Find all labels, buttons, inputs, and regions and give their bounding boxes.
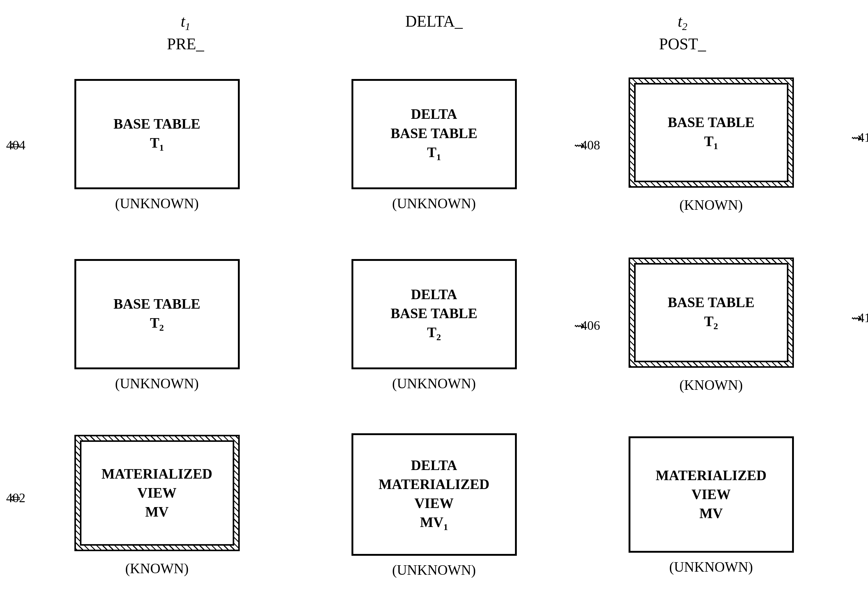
cell-r2c2: DELTABASE TABLET2 ⇝ 406 (UNKNOWN) <box>302 248 566 404</box>
box-label-r1c2: (UNKNOWN) <box>392 195 476 212</box>
box-text: DELTABASE TABLET1 <box>391 105 477 163</box>
box-text: MATERIALIZEDVIEWMV <box>101 465 212 521</box>
cell-r3c2: DELTAMATERIALIZEDVIEWMV1 (UNKNOWN) <box>302 428 566 584</box>
ref-412: 412 <box>858 130 868 145</box>
box-label-r3c3: (UNKNOWN) <box>669 559 753 575</box>
time-label-1: t1 <box>181 12 190 30</box>
box-base-table-t1-post: BASE TABLET1 <box>629 77 794 188</box>
box-text: BASE TABLET2 <box>668 293 755 333</box>
box-label-r3c1: (KNOWN) <box>125 561 189 577</box>
box-text: MATERIALIZEDVIEWMV <box>655 466 766 523</box>
cell-r2c3: BASE TABLET2 ⇝ 410 (KNOWN) <box>579 248 843 404</box>
col-header-1: t1 PRE_ <box>78 12 293 53</box>
box-base-table-t1-pre: BASE TABLET1 <box>74 79 240 189</box>
box-label-r3c2: (UNKNOWN) <box>392 562 476 578</box>
box-label-r1c3: (KNOWN) <box>679 197 743 213</box>
col-header-2: DELTA_ <box>327 12 541 53</box>
cell-r1c3: BASE TABLET1 ⇝ 412 (KNOWN) <box>579 68 843 223</box>
prefix-label-3: POST_ <box>575 35 790 53</box>
box-label-r2c1: (UNKNOWN) <box>115 375 199 392</box>
box-delta-mat-view: DELTAMATERIALIZEDVIEWMV1 <box>351 433 517 556</box>
prefix-label-1: PRE_ <box>78 35 293 53</box>
cell-r2c1: BASE TABLET2 (UNKNOWN) <box>25 248 289 404</box>
column-headers: t1 PRE_ DELTA_ t2 POST_ <box>0 12 868 53</box>
box-label-r2c2: (UNKNOWN) <box>392 375 476 392</box>
box-label-r1c1: (UNKNOWN) <box>115 195 199 212</box>
diagram-container: t1 PRE_ DELTA_ t2 POST_ 404 ⇦ BASE TABLE… <box>0 0 868 602</box>
box-label-r2c3: (KNOWN) <box>679 377 743 393</box>
cell-r1c1: 404 ⇦ BASE TABLET1 (UNKNOWN) <box>25 68 289 223</box>
ref-410: 410 <box>858 310 868 325</box>
box-delta-base-t2: DELTABASE TABLET2 <box>351 259 517 369</box>
cell-r3c3: MATERIALIZEDVIEWMV (UNKNOWN) <box>579 428 843 584</box>
box-text: BASE TABLET2 <box>113 295 200 334</box>
box-mat-view-pre: MATERIALIZEDVIEWMV <box>74 435 240 551</box>
cell-r3c1: 402 ⇦ MATERIALIZEDVIEWMV (KNOWN) <box>25 428 289 584</box>
prefix-label-2: DELTA_ <box>405 12 463 30</box>
box-delta-base-t1: DELTABASE TABLET1 <box>351 79 517 189</box>
box-base-table-t2-pre: BASE TABLET2 <box>74 259 240 369</box>
cell-r1c2: DELTABASE TABLET1 ⇝ 408 (UNKNOWN) <box>302 68 566 223</box>
box-mat-view-post: MATERIALIZEDVIEWMV <box>629 436 794 553</box>
box-text: BASE TABLET1 <box>113 115 200 154</box>
box-text: DELTABASE TABLET2 <box>391 285 477 344</box>
box-base-table-t2-post: BASE TABLET2 <box>629 258 794 368</box>
box-text: BASE TABLET1 <box>668 113 755 152</box>
col-header-3: t2 POST_ <box>575 12 790 53</box>
time-label-3: t2 <box>678 12 687 30</box>
box-text: DELTAMATERIALIZEDVIEWMV1 <box>379 456 489 533</box>
